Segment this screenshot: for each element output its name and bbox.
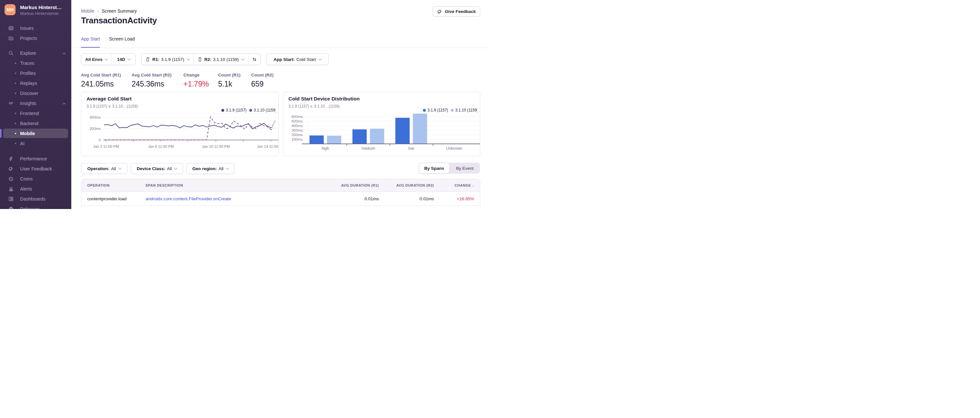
tab-app-start[interactable]: App Start: [81, 36, 100, 48]
svg-text:300ms: 300ms: [291, 128, 303, 132]
sidebar-item-label: Frontend: [20, 111, 39, 116]
svg-text:Jan 14 11:00 PM: Jan 14 11:00 PM: [257, 145, 278, 148]
chart-legend: 3.1.9 (1157)3.1.10 (1159): [219, 108, 276, 113]
breadcrumb-parent-link[interactable]: Mobile: [81, 8, 94, 14]
sidebar-item-label: Insights: [20, 101, 36, 106]
swap-arrows-icon: [252, 57, 257, 62]
sidebar-item-performance[interactable]: Performance: [0, 154, 71, 164]
svg-text:0: 0: [99, 138, 101, 142]
clock-history-icon: [8, 176, 14, 182]
sidebar-item-label: Projects: [20, 36, 37, 41]
legend-item[interactable]: 3.1.9 (1157): [221, 108, 247, 113]
sidebar-item-alerts[interactable]: Alerts: [0, 184, 71, 194]
col-avg-duration-r1[interactable]: AVG DURATION (R1): [324, 183, 379, 187]
svg-text:Jan 6 11:00 PM: Jan 6 11:00 PM: [148, 145, 174, 148]
svg-text:high: high: [322, 146, 329, 151]
inbox-icon: [8, 25, 14, 32]
sidebar-item-releases[interactable]: Releases: [0, 204, 71, 209]
svg-text:low: low: [408, 146, 414, 151]
sidebar-item-insights[interactable]: Insights: [0, 98, 71, 108]
stat-value: 659: [251, 80, 274, 89]
sidebar-item-frontend[interactable]: Frontend: [0, 108, 71, 118]
toggle-by-spans[interactable]: By Spans: [419, 163, 450, 174]
sidebar-item-label: Mobile: [20, 131, 35, 136]
table-row: contentprovider.load androidx.core.conte…: [81, 191, 480, 205]
tab-screen-load[interactable]: Screen Load: [109, 36, 135, 48]
col-operation[interactable]: OPERATION: [87, 183, 145, 187]
sidebar-item-dashboards[interactable]: Dashboards: [0, 194, 71, 204]
dashboard-grid-icon: [8, 196, 14, 202]
swap-releases-button[interactable]: [248, 54, 261, 65]
mobile-phone-icon: [198, 57, 202, 62]
device-class-prefix: Device Class:: [137, 166, 165, 171]
stat-value: 241.05ms: [81, 80, 121, 89]
operation-filter-value: All: [111, 166, 116, 171]
release-r2-filter[interactable]: R2: 3.1.10 (1159): [194, 54, 248, 65]
sidebar-item-label: User Feedback: [20, 166, 52, 172]
sidebar-item-label: Profiles: [20, 71, 36, 76]
sidebar-item-label: Performance: [20, 156, 47, 161]
env-period-filter-group: All Envs 14D: [81, 54, 136, 65]
sidebar-item-replays[interactable]: Replays: [0, 78, 71, 88]
legend-item[interactable]: 3.1.9 (1157): [423, 108, 448, 113]
col-change[interactable]: CHANGE ↓: [434, 183, 474, 187]
chevron-down-icon: [226, 166, 229, 170]
sidebar-item-mobile[interactable]: Mobile: [0, 128, 71, 138]
chevron-down-icon: [174, 166, 177, 170]
sidebar-item-explore[interactable]: Explore: [0, 48, 71, 58]
period-filter[interactable]: 14D: [111, 54, 135, 65]
folder-code-icon: [8, 35, 14, 41]
release-r1-filter[interactable]: R1: 3.1.9 (1157): [142, 54, 194, 65]
legend-item[interactable]: 3.1.10 (1159): [451, 108, 477, 113]
sidebar-item-discover[interactable]: Discover: [0, 88, 71, 98]
chart-legend: 3.1.9 (1157)3.1.10 (1159): [420, 108, 477, 113]
sidebar-item-label: Issues: [20, 25, 34, 31]
app-start-type-filter[interactable]: App Start: Cold Start: [266, 54, 328, 65]
chart-subtitle: 3.1.9 (1157) v. 3.1.10…(1159): [86, 104, 138, 108]
sidebar-item-crons[interactable]: Crons: [0, 174, 71, 184]
sidebar-item-backend[interactable]: Backend: [0, 118, 71, 128]
svg-text:400ms: 400ms: [291, 124, 303, 128]
avg-cold-start-chart-card: Average Cold Start 3.1.9 (1157) v. 3.1.1…: [81, 92, 279, 156]
chart-title: Average Cold Start: [86, 96, 132, 102]
sidebar-item-issues[interactable]: Issues: [0, 23, 71, 33]
chevron-up-icon: [62, 102, 66, 106]
col-avg-duration-r2[interactable]: AVG DURATION (R2): [379, 183, 434, 187]
table-row-partial: [81, 205, 480, 209]
megaphone-icon: [8, 165, 14, 172]
environment-filter[interactable]: All Envs: [81, 54, 111, 65]
sidebar-item-ai[interactable]: AI: [0, 138, 71, 148]
user-menu[interactable]: MH Markus Hinterst… Markus Hintersteiner: [0, 0, 71, 21]
period-filter-label: 14D: [117, 57, 125, 62]
svg-text:500ms: 500ms: [291, 119, 303, 123]
sidebar-item-label: Replays: [20, 81, 37, 86]
geo-region-value: All: [218, 166, 223, 171]
svg-text:100ms: 100ms: [291, 137, 303, 141]
chevron-down-icon: [128, 57, 131, 60]
geo-region-prefix: Geo region:: [192, 166, 217, 171]
cell-span-description-link[interactable]: androidx.core.content.FileProvider.onCre…: [145, 196, 324, 201]
svg-text:Jan 10 11:00 PM: Jan 10 11:00 PM: [202, 145, 230, 148]
svg-text:400ms: 400ms: [89, 115, 101, 119]
sidebar-item-label: Explore: [20, 51, 36, 56]
sidebar-item-profiles[interactable]: Profiles: [0, 68, 71, 78]
stat-label: Change: [183, 73, 209, 78]
bullet-icon: [15, 123, 16, 124]
device-class-filter[interactable]: Device Class: All: [131, 163, 183, 174]
sidebar-item-user-feedback[interactable]: User Feedback: [0, 164, 71, 174]
cell-avg-duration-r2: 0.01ms: [379, 196, 434, 201]
operation-filter[interactable]: Operation: All: [81, 163, 127, 174]
tab-divider: [71, 48, 490, 48]
chevron-down-icon: [118, 166, 121, 170]
geo-region-filter[interactable]: Geo region: All: [187, 163, 234, 174]
give-feedback-button[interactable]: Give Feedback: [433, 6, 480, 16]
sidebar-item-traces[interactable]: Traces: [0, 58, 71, 68]
sidebar-item-label: Crons: [20, 176, 33, 181]
col-span-description[interactable]: SPAN DESCRIPTION: [145, 183, 324, 187]
legend-item[interactable]: 3.1.10 (1159): [249, 108, 276, 113]
toggle-by-event[interactable]: By Event: [450, 163, 480, 174]
tab-bar: App Start Screen Load: [81, 36, 135, 48]
chevron-down-icon: [318, 57, 321, 60]
lightning-icon: [8, 156, 14, 162]
sidebar-item-projects[interactable]: Projects: [0, 33, 71, 43]
